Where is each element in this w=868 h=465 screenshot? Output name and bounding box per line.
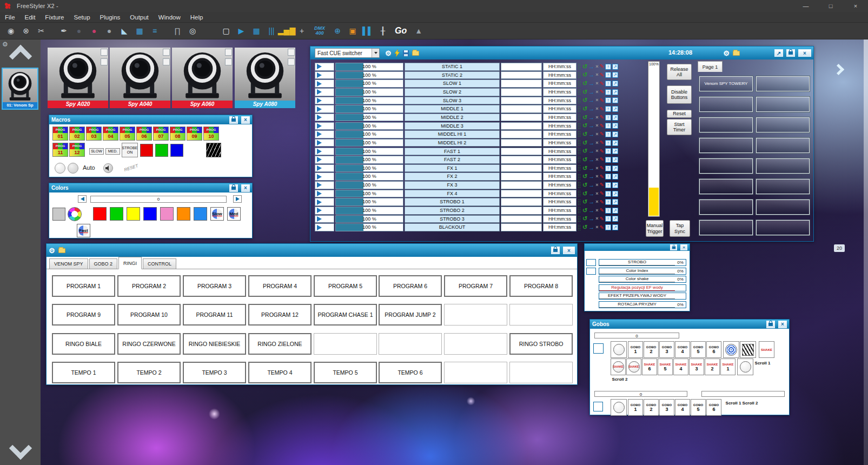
cue-play-button[interactable]: [315, 88, 334, 96]
cross-icon[interactable]: ×: [595, 183, 598, 188]
jump-icon[interactable]: ↗: [612, 123, 618, 129]
arrow-right-icon[interactable]: →: [588, 208, 594, 214]
dots-icon[interactable]: [578, 182, 581, 188]
cue-play-button[interactable]: [315, 71, 334, 79]
macro-prog-04-button[interactable]: PROG04: [103, 127, 118, 141]
fixture-thumbnail[interactable]: 01: Venom Sp: [2, 68, 38, 110]
program-button-tempo-5[interactable]: TEMPO 5: [314, 362, 377, 383]
dots-icon[interactable]: [578, 63, 581, 70]
program-button-program-6[interactable]: PROGRAM 6: [379, 275, 442, 297]
loop-icon[interactable]: ↺: [582, 191, 587, 197]
loop-icon[interactable]: ↺: [582, 148, 587, 154]
shake-5-button[interactable]: SHAKE5: [658, 358, 673, 375]
page-slot-button-empty[interactable]: [699, 200, 753, 215]
cross-icon[interactable]: ×: [595, 72, 598, 77]
edit-icon[interactable]: ✎: [599, 174, 604, 180]
cue-name-cell[interactable]: MIDDLE 1: [405, 105, 500, 113]
folder-icon[interactable]: [733, 51, 740, 56]
move-up-icon[interactable]: ↑: [605, 140, 611, 146]
tap-sync-button[interactable]: Tap Sync: [670, 220, 690, 237]
start-timer-button[interactable]: Start Timer: [667, 119, 692, 135]
shake-6-button[interactable]: SHAKE6: [642, 358, 657, 375]
gobo-scroll-slider[interactable]: 0: [594, 391, 687, 397]
page-slot-button-empty[interactable]: [756, 117, 810, 132]
jump-icon[interactable]: ↗: [612, 148, 618, 154]
menu-item-help[interactable]: Help: [185, 12, 208, 22]
gear-icon[interactable]: ⚙: [2, 41, 8, 48]
close-icon[interactable]: ×: [778, 321, 787, 328]
list-icon[interactable]: ≡: [148, 24, 161, 37]
cross-icon[interactable]: ×: [595, 157, 598, 162]
sound-to-light-button[interactable]: [103, 163, 113, 173]
color-slow-button[interactable]: Slow: [210, 207, 224, 221]
dots-icon[interactable]: [578, 207, 581, 214]
cue-master-fader[interactable]: 100%: [648, 61, 660, 217]
gobo-open-button[interactable]: [611, 399, 627, 416]
gobo-1-button[interactable]: GOBO1: [628, 399, 643, 416]
cue-play-button[interactable]: [315, 215, 334, 223]
gobo-4-button[interactable]: GOBO4: [675, 341, 690, 358]
cue-name-cell[interactable]: FAST 2: [405, 156, 500, 164]
move-up-icon[interactable]: ↑: [605, 216, 611, 222]
program-button-tempo-3[interactable]: TEMPO 3: [183, 362, 246, 383]
cue-play-button[interactable]: [315, 156, 334, 164]
program-button-program-2[interactable]: PROGRAM 2: [117, 275, 181, 297]
gobo-1-button[interactable]: GOBO1: [628, 341, 643, 358]
edit-icon[interactable]: ✎: [599, 89, 604, 95]
jump-icon[interactable]: ↗: [612, 81, 618, 87]
loop-icon[interactable]: ↺: [582, 216, 587, 222]
edit-icon[interactable]: ✎: [599, 107, 604, 112]
program-button-program-11[interactable]: PROGRAM 11: [183, 304, 246, 326]
close-icon[interactable]: ×: [563, 247, 575, 254]
macro-prog-03-button[interactable]: PROG03: [86, 127, 102, 141]
gear-icon[interactable]: ⚙: [723, 50, 730, 57]
matrix-icon[interactable]: ▦: [133, 24, 146, 37]
arrow-right-icon[interactable]: →: [588, 81, 594, 87]
program-button-program-10[interactable]: PROGRAM 10: [117, 304, 181, 326]
folder-icon[interactable]: [58, 248, 65, 253]
cross-icon[interactable]: ×: [595, 98, 598, 103]
arrow-right-icon[interactable]: →: [588, 123, 594, 129]
faders-icon[interactable]: |||: [265, 24, 278, 37]
program-button-program-jump-2[interactable]: PROGRAM JUMP 2: [379, 304, 442, 326]
color-swatch-button[interactable]: [127, 207, 140, 221]
program-button-ringo-czerwone[interactable]: RINGO CZERWONE: [117, 333, 181, 355]
loop-icon[interactable]: ↺: [582, 81, 587, 87]
cue-play-button[interactable]: [315, 198, 334, 206]
dots-icon[interactable]: [578, 131, 581, 137]
program-slot-empty[interactable]: [509, 362, 573, 383]
manual-trigger-button[interactable]: Manual Trigger: [646, 220, 664, 237]
program-slot-empty[interactable]: [444, 304, 507, 326]
fader-icon[interactable]: ╂: [376, 24, 389, 37]
edit-icon[interactable]: ✎: [599, 157, 604, 162]
crop-icon[interactable]: +: [295, 24, 308, 37]
page-slot-button-empty[interactable]: [699, 220, 753, 235]
dots-icon[interactable]: [578, 123, 581, 129]
dots-icon[interactable]: [578, 114, 581, 121]
loop-icon[interactable]: ↺: [582, 89, 587, 95]
program-button-program-4[interactable]: PROGRAM 4: [248, 275, 312, 297]
arrow-right-icon[interactable]: →: [588, 157, 594, 163]
color-wheel-button[interactable]: [68, 207, 82, 221]
cross-icon[interactable]: ×: [595, 64, 598, 69]
stand-icon[interactable]: ∏: [171, 24, 184, 37]
jump-icon[interactable]: ↗: [612, 64, 618, 70]
color-scroll-slider[interactable]: 0: [90, 196, 227, 203]
chart-icon[interactable]: ▂▅▇: [280, 24, 293, 37]
close-icon[interactable]: ×: [680, 244, 687, 250]
scroll-down-chevron-icon[interactable]: [9, 437, 31, 460]
loop-icon[interactable]: ↺: [582, 72, 587, 78]
edit-icon[interactable]: ✎: [599, 98, 604, 103]
arrow-right-icon[interactable]: →: [588, 216, 594, 222]
page-slot-button-empty[interactable]: [756, 200, 810, 215]
move-up-icon[interactable]: ↑: [605, 131, 611, 137]
gobo-3-button[interactable]: GOBO3: [659, 341, 674, 358]
dots-icon[interactable]: [578, 165, 581, 171]
jump-icon[interactable]: ↗: [612, 165, 618, 171]
edit-icon[interactable]: ✎: [599, 149, 604, 154]
program-button-program-12[interactable]: PROGRAM 12: [248, 304, 312, 326]
gobo-6-button[interactable]: GOBO6: [706, 341, 721, 358]
jump-icon[interactable]: ↗: [612, 191, 618, 197]
gobo-scroll-slider[interactable]: [701, 391, 785, 397]
jump-icon[interactable]: ↗: [612, 97, 618, 103]
